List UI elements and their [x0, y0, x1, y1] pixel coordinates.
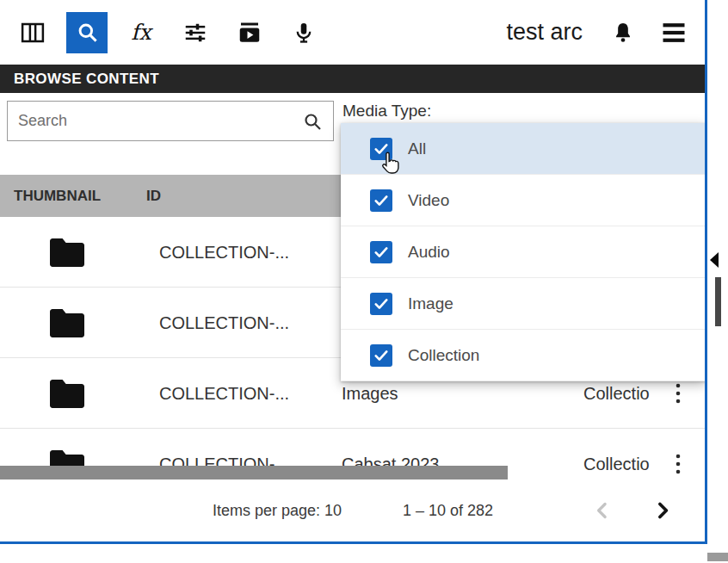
sliders-icon: [182, 20, 208, 46]
folder-icon: [46, 306, 88, 340]
option-label: All: [408, 139, 426, 158]
kebab-menu-icon: [675, 382, 682, 405]
checkbox-checked-icon[interactable]: [370, 344, 392, 367]
search-icon: [76, 21, 99, 44]
option-label: Collection: [408, 346, 479, 365]
toolbar: fx test arc: [0, 0, 705, 65]
row-id: COLLECTION-...: [159, 383, 289, 403]
search-box: [7, 101, 334, 141]
option-label: Audio: [408, 243, 450, 262]
row-title: Images: [342, 383, 398, 403]
app-window: fx test arc BROWSE CONTENT: [0, 0, 707, 544]
checkbox-checked-icon[interactable]: [370, 241, 392, 263]
next-page-button[interactable]: [644, 492, 682, 529]
row-type: Collectio: [583, 383, 650, 403]
video-icon: [237, 20, 262, 46]
microphone-icon: [292, 21, 316, 45]
chevron-right-icon: [650, 498, 676, 523]
hand-cursor-icon: [380, 151, 401, 176]
video-button[interactable]: [229, 12, 270, 53]
vertical-scrollbar[interactable]: [715, 277, 721, 326]
filters-button[interactable]: [175, 12, 216, 53]
columns-icon: [20, 20, 46, 46]
row-actions-button[interactable]: [675, 382, 682, 405]
search-submit-icon[interactable]: [302, 111, 323, 132]
column-header-thumbnail[interactable]: THUMBNAIL: [14, 188, 101, 205]
search-tab-button[interactable]: [66, 12, 108, 53]
folder-icon: [46, 235, 88, 269]
section-header: BROWSE CONTENT: [0, 65, 705, 93]
notifications-button[interactable]: [604, 12, 642, 53]
workspace-title: test arc: [506, 19, 591, 46]
page-range-label: 1 – 10 of 282: [403, 502, 493, 520]
horizontal-scrollbar[interactable]: [0, 466, 508, 479]
screen: fx test arc BROWSE CONTENT: [0, 0, 728, 563]
media-option-video[interactable]: Video: [341, 175, 706, 226]
media-type-dropdown: All Video Audio Im: [341, 123, 706, 381]
effects-button[interactable]: fx: [120, 12, 162, 53]
row-type: Collectio: [583, 454, 650, 473]
section-title: BROWSE CONTENT: [14, 71, 159, 88]
outer-horizontal-scrollbar[interactable]: [707, 553, 728, 561]
media-option-image[interactable]: Image: [341, 278, 706, 330]
row-actions-button[interactable]: [675, 453, 682, 475]
previous-page-button[interactable]: [583, 492, 621, 529]
checkbox-checked-icon[interactable]: [370, 293, 392, 315]
row-id: COLLECTION-...: [159, 312, 289, 332]
bell-icon: [611, 21, 635, 45]
collapse-panel-arrow-icon[interactable]: [710, 252, 719, 268]
media-option-audio[interactable]: Audio: [341, 226, 706, 278]
folder-icon: [46, 376, 88, 411]
media-type-label: Media Type:: [342, 102, 431, 121]
columns-view-button[interactable]: [12, 12, 53, 53]
menu-button[interactable]: [655, 12, 693, 53]
row-id: COLLECTION-...: [159, 242, 289, 262]
media-option-collection[interactable]: Collection: [341, 330, 706, 381]
search-input[interactable]: [18, 112, 302, 130]
checkbox-checked-icon[interactable]: [370, 189, 392, 212]
hamburger-menu-icon: [661, 22, 687, 44]
media-option-all[interactable]: All: [341, 123, 706, 175]
paginator: Items per page: 10 1 – 10 of 282: [0, 479, 705, 541]
option-label: Video: [408, 191, 449, 210]
microphone-button[interactable]: [283, 12, 324, 53]
column-header-id[interactable]: ID: [146, 188, 161, 205]
kebab-menu-icon: [675, 453, 682, 475]
option-label: Image: [408, 294, 453, 313]
fx-icon: fx: [131, 20, 151, 45]
items-per-page-label: Items per page: 10: [213, 502, 342, 520]
chevron-left-icon: [589, 498, 615, 523]
